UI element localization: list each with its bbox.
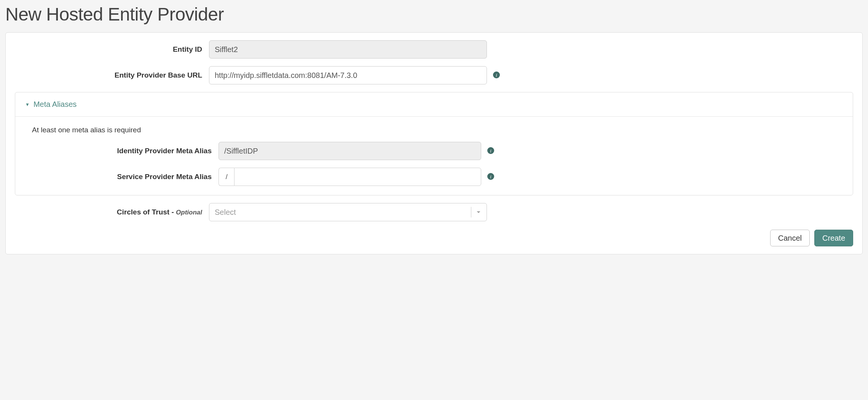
sp-alias-input[interactable] xyxy=(234,168,481,186)
chevron-down-icon xyxy=(476,208,481,217)
meta-aliases-toggle[interactable]: ▼ Meta Aliases xyxy=(15,92,853,117)
svg-text:i: i xyxy=(490,174,491,179)
cancel-button[interactable]: Cancel xyxy=(770,230,810,246)
base-url-input[interactable] xyxy=(209,66,487,84)
svg-text:i: i xyxy=(496,73,497,78)
page-title: New Hosted Entity Provider xyxy=(5,4,863,25)
meta-aliases-body: At least one meta alias is required Iden… xyxy=(15,117,853,195)
entity-id-label: Entity ID xyxy=(15,45,209,54)
cot-label-text: Circles of Trust - xyxy=(117,208,174,216)
sp-alias-row: Service Provider Meta Alias / i xyxy=(24,168,844,186)
meta-aliases-title: Meta Aliases xyxy=(34,100,77,109)
select-divider xyxy=(471,207,471,217)
meta-aliases-panel: ▼ Meta Aliases At least one meta alias i… xyxy=(15,92,853,195)
base-url-label: Entity Provider Base URL xyxy=(15,71,209,79)
entity-id-input[interactable] xyxy=(209,40,487,59)
info-icon[interactable]: i xyxy=(487,147,495,154)
info-icon[interactable]: i xyxy=(493,71,500,79)
cot-select[interactable]: Select xyxy=(209,203,487,221)
caret-down-icon: ▼ xyxy=(25,102,30,107)
base-url-row: Entity Provider Base URL i xyxy=(15,66,853,84)
create-button[interactable]: Create xyxy=(814,230,853,246)
button-row: Cancel Create xyxy=(15,230,853,246)
sp-alias-label: Service Provider Meta Alias xyxy=(24,173,219,181)
info-icon[interactable]: i xyxy=(487,173,495,180)
form-panel: Entity ID Entity Provider Base URL i ▼ M… xyxy=(5,32,863,254)
cot-placeholder: Select xyxy=(215,208,236,217)
cot-optional: Optional xyxy=(176,209,202,216)
cot-label: Circles of Trust - Optional xyxy=(15,208,209,216)
svg-text:i: i xyxy=(490,148,491,154)
cot-row: Circles of Trust - Optional Select xyxy=(15,203,853,221)
idp-alias-row: Identity Provider Meta Alias i xyxy=(24,142,844,160)
meta-alias-hint: At least one meta alias is required xyxy=(24,126,844,134)
sp-alias-prefix: / xyxy=(219,168,234,186)
idp-alias-input[interactable] xyxy=(219,142,481,160)
entity-id-row: Entity ID xyxy=(15,40,853,59)
idp-alias-label: Identity Provider Meta Alias xyxy=(24,147,219,155)
